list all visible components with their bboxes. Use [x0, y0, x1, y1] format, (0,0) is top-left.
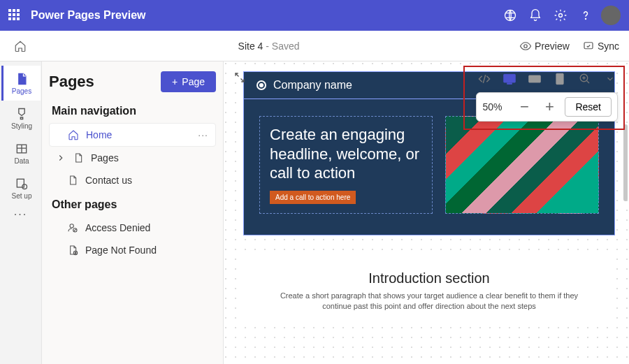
sub-header: Site 4 - Saved Preview Sync	[0, 31, 629, 61]
scrollbar[interactable]	[623, 124, 628, 201]
svg-rect-11	[504, 74, 516, 82]
gear-icon[interactable]	[548, 3, 573, 28]
rail-pages[interactable]: Pages	[1, 66, 41, 101]
zoom-control: 50% − + Reset	[476, 92, 618, 122]
app-launcher-icon[interactable]	[8, 9, 21, 22]
nav-home[interactable]: Home ···	[49, 123, 216, 147]
add-page-label: Page	[182, 76, 205, 87]
zoom-out-button[interactable]: −	[514, 97, 534, 117]
company-name: Company name	[273, 79, 352, 92]
plus-icon: +	[172, 76, 178, 87]
chevron-right-icon	[56, 153, 66, 163]
intro-section[interactable]: Introduction section Create a short para…	[243, 256, 615, 326]
nav-label: Access Denied	[85, 222, 150, 233]
rail-styling[interactable]: Styling	[1, 101, 41, 136]
site-status: Site 4 - Saved	[31, 41, 507, 52]
nav-pages[interactable]: Pages	[49, 147, 216, 169]
zoom-toolbar-highlight: 50% − + Reset	[463, 66, 625, 130]
zoom-in-button[interactable]: +	[540, 97, 559, 117]
rail-label: Data	[14, 157, 29, 165]
preview-label: Preview	[535, 41, 570, 52]
nav-contact[interactable]: Contact us	[49, 169, 216, 191]
zoom-value: 50%	[482, 101, 509, 112]
chevron-down-icon[interactable]	[602, 71, 618, 87]
svg-point-1	[559, 14, 563, 17]
page-error-icon	[67, 245, 78, 256]
section-main-nav: Main navigation	[52, 105, 216, 117]
zoom-icon[interactable]	[577, 71, 593, 87]
nav-label: Home	[86, 129, 112, 140]
device-toolbar	[476, 71, 618, 87]
rail-data[interactable]: Data	[1, 136, 41, 170]
page-icon	[67, 175, 78, 186]
hero-headline: Create an engaging headline, welcome, or…	[270, 125, 422, 183]
cta-button[interactable]: Add a call to action here	[270, 191, 356, 204]
hero-text[interactable]: Create an engaging headline, welcome, or…	[259, 116, 433, 214]
svg-rect-12	[507, 83, 512, 85]
preview-button[interactable]: Preview	[519, 40, 570, 52]
left-rail: Pages Styling Data Set up ···	[0, 61, 42, 364]
sync-button[interactable]: Sync	[582, 40, 619, 52]
avatar[interactable]	[601, 6, 621, 25]
pages-panel: Pages +Page Main navigation Home ··· Pag…	[42, 61, 224, 364]
nav-not-found[interactable]: Page Not Found	[49, 239, 216, 261]
code-icon[interactable]	[477, 71, 492, 87]
support-icon[interactable]	[498, 3, 523, 28]
svg-rect-6	[17, 179, 24, 187]
more-icon[interactable]: ···	[198, 129, 208, 140]
rail-label: Styling	[11, 122, 32, 130]
svg-rect-13	[529, 75, 541, 82]
save-state: - Saved	[263, 41, 299, 52]
home-icon[interactable]	[10, 40, 31, 52]
app-header: Power Pages Preview	[0, 0, 629, 31]
nav-label: Pages	[91, 152, 119, 163]
expand-icon[interactable]	[233, 71, 246, 87]
help-icon[interactable]	[573, 3, 598, 28]
intro-title: Introduction section	[271, 270, 587, 286]
mobile-icon[interactable]	[552, 71, 567, 87]
svg-point-0	[505, 10, 516, 21]
tablet-landscape-icon[interactable]	[527, 71, 542, 87]
site-name: Site 4	[238, 41, 263, 52]
main-area: Pages Styling Data Set up ··· Pages +Pag…	[0, 61, 629, 364]
intro-body: Create a short paragraph that shows your…	[271, 291, 587, 312]
svg-point-2	[586, 19, 586, 20]
nav-label: Page Not Found	[85, 245, 157, 256]
person-denied-icon	[67, 222, 78, 233]
bell-icon[interactable]	[523, 3, 548, 28]
svg-point-3	[524, 44, 528, 48]
rail-more-icon[interactable]: ···	[14, 208, 27, 221]
desktop-icon[interactable]	[502, 71, 517, 87]
rail-label: Set up	[12, 192, 32, 200]
svg-rect-4	[584, 42, 593, 48]
canvas: Company name Create an engaging headline…	[224, 61, 629, 364]
zoom-reset-button[interactable]: Reset	[565, 97, 612, 117]
nav-label: Contact us	[85, 175, 132, 186]
hero-image[interactable]	[445, 116, 599, 214]
nav-access-denied[interactable]: Access Denied	[49, 217, 216, 239]
svg-rect-14	[556, 73, 563, 84]
app-title: Power Pages Preview	[31, 9, 146, 22]
section-other: Other pages	[52, 198, 216, 211]
add-page-button[interactable]: +Page	[161, 71, 216, 92]
svg-point-8	[70, 224, 73, 228]
panel-heading: Pages	[49, 73, 94, 91]
rail-label: Pages	[12, 87, 31, 95]
sync-label: Sync	[598, 41, 619, 52]
page-icon	[73, 152, 84, 163]
rail-setup[interactable]: Set up	[1, 170, 41, 205]
radio-icon	[256, 80, 266, 90]
svg-point-7	[22, 184, 27, 189]
